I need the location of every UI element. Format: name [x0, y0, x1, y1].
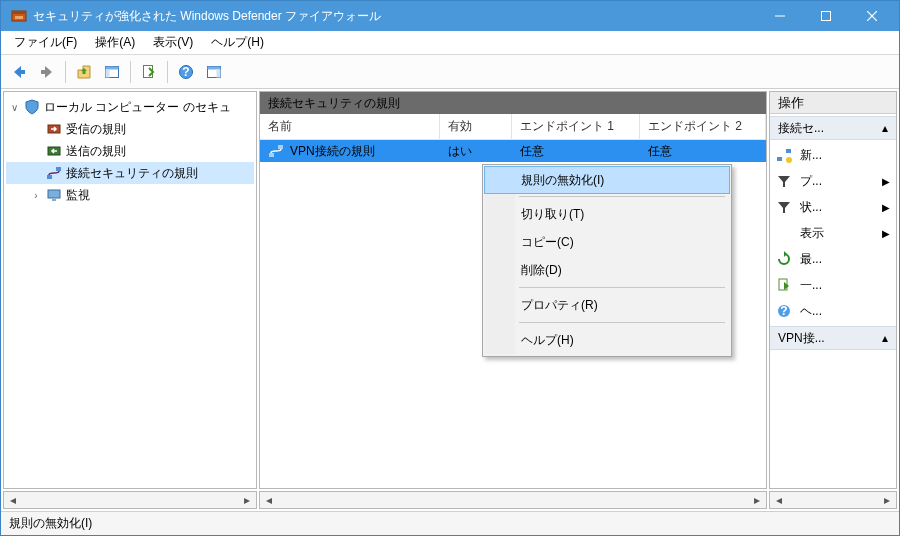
- ctx-help[interactable]: ヘルプ(H): [485, 326, 729, 354]
- titlebar[interactable]: セキュリティが強化された Windows Defender ファイアウォール: [1, 1, 899, 31]
- content-hscrollbar[interactable]: ◂ ▸: [259, 491, 767, 509]
- scroll-left-icon[interactable]: ◂: [262, 493, 276, 507]
- refresh-icon: [776, 251, 792, 267]
- context-menu-separator: [519, 287, 725, 288]
- toolbar-separator: [167, 61, 168, 83]
- tree-monitor[interactable]: › 監視: [6, 184, 254, 206]
- tree-inbound-label: 受信の規則: [66, 121, 126, 138]
- app-window: セキュリティが強化された Windows Defender ファイアウォール フ…: [0, 0, 900, 536]
- col-endpoint2[interactable]: エンドポイント 2: [640, 114, 766, 139]
- scroll-left-icon[interactable]: ◂: [772, 493, 786, 507]
- action-help[interactable]: ? ヘ...: [770, 298, 896, 324]
- actions-group-selected-rule[interactable]: VPN接... ▴: [770, 326, 896, 350]
- tree-connsec[interactable]: 接続セキュリティの規則: [6, 162, 254, 184]
- tree-outbound-label: 送信の規則: [66, 143, 126, 160]
- new-rule-icon: [776, 147, 792, 163]
- tree-root-label: ローカル コンピューター のセキュ: [44, 99, 231, 116]
- menu-action[interactable]: 操作(A): [86, 31, 144, 54]
- col-enabled[interactable]: 有効: [440, 114, 512, 139]
- close-button[interactable]: [849, 1, 895, 31]
- cell-enabled: はい: [448, 143, 472, 160]
- action-new-rule[interactable]: 新...: [770, 142, 896, 168]
- column-headers: 名前 有効 エンドポイント 1 エンドポイント 2: [260, 114, 766, 140]
- svg-rect-22: [48, 190, 60, 198]
- svg-text:?: ?: [182, 65, 189, 79]
- show-hide-action-pane-button[interactable]: [202, 60, 226, 84]
- svg-point-28: [786, 157, 792, 163]
- submenu-icon: ▶: [882, 202, 890, 213]
- table-row[interactable]: VPN接続の規則 はい 任意 任意: [260, 140, 766, 162]
- scroll-right-icon[interactable]: ▸: [240, 493, 254, 507]
- svg-rect-26: [777, 157, 782, 161]
- cell-endpoint1: 任意: [520, 143, 544, 160]
- export-list-button[interactable]: [137, 60, 161, 84]
- help-button[interactable]: ?: [174, 60, 198, 84]
- submenu-icon: ▶: [882, 228, 890, 239]
- status-text: 規則の無効化(I): [9, 515, 92, 532]
- filter-icon: [776, 173, 792, 189]
- help-icon: ?: [776, 303, 792, 319]
- tree-hscrollbar[interactable]: ◂ ▸: [3, 491, 257, 509]
- ctx-disable-rule[interactable]: 規則の無効化(I): [484, 166, 730, 194]
- up-button[interactable]: [72, 60, 96, 84]
- show-hide-tree-button[interactable]: [100, 60, 124, 84]
- svg-rect-24: [269, 153, 274, 157]
- toolbar-separator: [65, 61, 66, 83]
- tree-connsec-label: 接続セキュリティの規則: [66, 165, 198, 182]
- scroll-left-icon[interactable]: ◂: [6, 493, 20, 507]
- tree-outbound[interactable]: 送信の規則: [6, 140, 254, 162]
- outbound-rules-icon: [46, 143, 62, 159]
- collapse-icon[interactable]: ▴: [882, 121, 888, 135]
- actions-group-connsec[interactable]: 接続セ... ▴: [770, 116, 896, 140]
- maximize-button[interactable]: [803, 1, 849, 31]
- ctx-delete[interactable]: 削除(D): [485, 256, 729, 284]
- ctx-properties[interactable]: プロパティ(R): [485, 291, 729, 319]
- col-name[interactable]: 名前: [260, 114, 440, 139]
- rules-list[interactable]: VPN接続の規則 はい 任意 任意 規則の無効化(I) 切り取り(T) コピー(…: [260, 140, 766, 488]
- ctx-copy[interactable]: コピー(C): [485, 228, 729, 256]
- action-refresh[interactable]: 最...: [770, 246, 896, 272]
- action-view[interactable]: 表示 ▶: [770, 220, 896, 246]
- ctx-cut[interactable]: 切り取り(T): [485, 200, 729, 228]
- svg-rect-10: [106, 66, 119, 69]
- scroll-right-icon[interactable]: ▸: [880, 493, 894, 507]
- app-icon: [11, 8, 27, 24]
- menu-file[interactable]: ファイル(F): [5, 31, 86, 54]
- tree-inbound[interactable]: 受信の規則: [6, 118, 254, 140]
- svg-rect-20: [47, 175, 52, 179]
- svg-text:?: ?: [780, 304, 787, 318]
- tree-panel: ∨ ローカル コンピューター のセキュ 受信の規則 送信の規則 接続セキュリティ…: [3, 91, 257, 489]
- actions-panel: 操作 接続セ... ▴ 新... プ... ▶ 状... ▶ 表: [769, 91, 897, 489]
- action-filter-state[interactable]: 状... ▶: [770, 194, 896, 220]
- firewall-icon: [24, 99, 40, 115]
- svg-rect-2: [15, 16, 23, 19]
- tree-caret-expanded[interactable]: ∨: [8, 102, 20, 113]
- tree-monitor-label: 監視: [66, 187, 90, 204]
- context-menu-separator: [519, 322, 725, 323]
- context-menu-separator: [519, 196, 725, 197]
- svg-rect-25: [278, 145, 283, 149]
- collapse-icon[interactable]: ▴: [882, 331, 888, 345]
- menu-view[interactable]: 表示(V): [144, 31, 202, 54]
- action-filter-profile[interactable]: プ... ▶: [770, 168, 896, 194]
- scroll-right-icon[interactable]: ▸: [750, 493, 764, 507]
- tree-caret-collapsed[interactable]: ›: [30, 190, 42, 201]
- forward-button[interactable]: [35, 60, 59, 84]
- svg-rect-21: [56, 167, 61, 171]
- col-endpoint1[interactable]: エンドポイント 1: [512, 114, 640, 139]
- menu-help[interactable]: ヘルプ(H): [202, 31, 273, 54]
- tree-root[interactable]: ∨ ローカル コンピューター のセキュ: [6, 96, 254, 118]
- connection-security-icon: [46, 165, 62, 181]
- context-menu: 規則の無効化(I) 切り取り(T) コピー(C) 削除(D) プロパティ(R) …: [482, 164, 732, 357]
- cell-name: VPN接続の規則: [290, 143, 375, 160]
- back-button[interactable]: [7, 60, 31, 84]
- minimize-button[interactable]: [757, 1, 803, 31]
- monitoring-icon: [46, 187, 62, 203]
- svg-rect-1: [12, 11, 26, 14]
- view-icon: [776, 225, 792, 241]
- svg-rect-8: [41, 70, 46, 74]
- actions-hscrollbar[interactable]: ◂ ▸: [769, 491, 897, 509]
- inbound-rules-icon: [46, 121, 62, 137]
- action-export-list[interactable]: 一...: [770, 272, 896, 298]
- scroll-row: ◂ ▸ ◂ ▸ ◂ ▸: [1, 491, 899, 511]
